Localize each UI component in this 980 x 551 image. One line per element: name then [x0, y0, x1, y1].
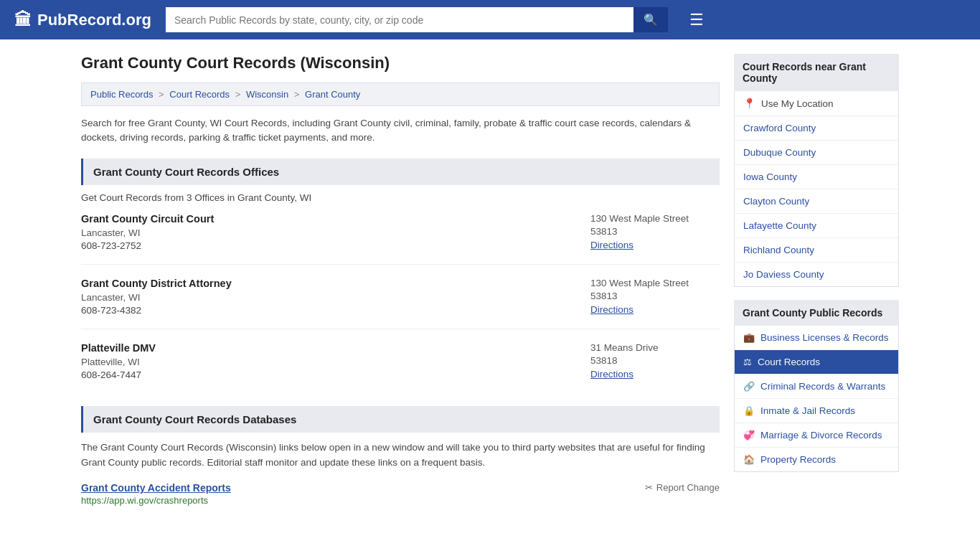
search-button[interactable]: 🔍: [633, 7, 668, 32]
office-left: Platteville DMV Platteville, WI 608-264-…: [81, 342, 156, 380]
sidebar-item-iowa[interactable]: Iowa County: [735, 165, 898, 189]
office-city: Lancaster, WI: [81, 227, 214, 238]
menu-icon[interactable]: ☰: [689, 11, 704, 29]
sidebar-item-marriage-records[interactable]: 💞 Marriage & Divorce Records: [735, 423, 898, 448]
sidebar-item-lafayette[interactable]: Lafayette County: [735, 214, 898, 238]
breadcrumb: Public Records > Court Records > Wiscons…: [81, 83, 720, 106]
page-title: Grant County Court Records (Wisconsin): [81, 54, 720, 72]
db-url: https://app.wi.gov/crashreports: [81, 495, 720, 506]
breadcrumb-grant-county[interactable]: Grant County: [305, 89, 360, 100]
county-label: Lafayette County: [743, 220, 816, 231]
directions-link[interactable]: Directions: [590, 240, 633, 250]
county-label: Dubuque County: [743, 147, 816, 158]
office-directions: Directions: [590, 303, 720, 315]
sidebar-label: Marriage & Divorce Records: [760, 430, 882, 441]
office-phone: 608-723-2752: [81, 240, 214, 251]
sidebar-nearby-title: Court Records near Grant County: [734, 54, 899, 91]
office-name: Grant County Circuit Court: [81, 213, 214, 225]
office-item: Platteville DMV Platteville, WI 608-264-…: [81, 342, 720, 393]
office-city: Platteville, WI: [81, 357, 156, 367]
rings-icon: 💞: [743, 430, 755, 441]
sidebar-item-property-records[interactable]: 🏠 Property Records: [735, 448, 898, 471]
office-name: Platteville DMV: [81, 342, 156, 354]
use-location-link[interactable]: 📍 Use My Location: [735, 91, 898, 116]
directions-link[interactable]: Directions: [590, 304, 633, 315]
county-label: Jo Daviess County: [743, 269, 824, 280]
sidebar-item-business-licenses[interactable]: 💼 Business Licenses & Records: [735, 326, 898, 350]
database-item: Grant County Accident Reports ✂ Report C…: [81, 482, 720, 506]
use-location-label: Use My Location: [761, 98, 834, 109]
office-phone: 608-723-4382: [81, 305, 232, 316]
office-phone: 608-264-7447: [81, 369, 156, 380]
db-link[interactable]: Grant County Accident Reports: [81, 482, 231, 494]
sidebar-nearby-list: 📍 Use My Location Crawford County Dubuqu…: [734, 91, 899, 287]
search-bar: 🔍: [166, 7, 668, 32]
office-right: 31 Means Drive 53818 Directions: [590, 342, 720, 380]
house-icon: 🏠: [743, 454, 755, 465]
breadcrumb-wisconsin[interactable]: Wisconsin: [246, 89, 288, 100]
sidebar-label: Property Records: [760, 454, 836, 465]
offices-list: Grant County Circuit Court Lancaster, WI…: [81, 213, 720, 393]
briefcase-icon: 💼: [743, 332, 755, 343]
page-description: Search for free Grant County, WI Court R…: [81, 116, 720, 146]
sidebar-item-court-records[interactable]: ⚖ Court Records: [735, 350, 898, 375]
office-left: Grant County Circuit Court Lancaster, WI…: [81, 213, 214, 251]
logo-icon: 🏛: [14, 10, 32, 30]
sidebar-label: Criminal Records & Warrants: [760, 381, 885, 392]
sidebar-item-clayton[interactable]: Clayton County: [735, 189, 898, 214]
content-area: Grant County Court Records (Wisconsin) P…: [81, 54, 720, 513]
sidebar-public-records-list: 💼 Business Licenses & Records ⚖ Court Re…: [734, 326, 899, 472]
county-label: Clayton County: [743, 196, 809, 207]
sidebar-public-records-title: Grant County Public Records: [734, 300, 899, 326]
sidebar-label: Court Records: [758, 357, 820, 367]
county-label: Richland County: [743, 245, 814, 255]
office-item: Grant County District Attorney Lancaster…: [81, 278, 720, 329]
office-address: 31 Means Drive: [590, 342, 720, 353]
sidebar-item-dubuque[interactable]: Dubuque County: [735, 141, 898, 165]
report-change-label: Report Change: [656, 482, 720, 493]
search-input[interactable]: [166, 7, 633, 32]
main-container: Grant County Court Records (Wisconsin) P…: [67, 39, 913, 527]
location-icon: 📍: [743, 98, 755, 109]
databases-description: The Grant County Court Records (Wisconsi…: [81, 440, 720, 471]
sidebar: Court Records near Grant County 📍 Use My…: [734, 54, 899, 513]
site-logo[interactable]: 🏛 PubRecord.org: [14, 10, 151, 30]
office-zip: 53813: [590, 226, 720, 237]
link-icon: 🔗: [743, 381, 755, 392]
office-address: 130 West Maple Street: [590, 278, 720, 288]
office-name: Grant County District Attorney: [81, 278, 232, 289]
office-item: Grant County Circuit Court Lancaster, WI…: [81, 213, 720, 265]
sidebar-label: Business Licenses & Records: [760, 332, 889, 343]
office-zip: 53818: [590, 355, 720, 366]
breadcrumb-court-records[interactable]: Court Records: [169, 89, 230, 100]
breadcrumb-public-records[interactable]: Public Records: [90, 89, 153, 100]
office-right: 130 West Maple Street 53813 Directions: [590, 278, 720, 316]
directions-link[interactable]: Directions: [590, 369, 633, 380]
report-change-icon: ✂: [645, 482, 653, 493]
sidebar-item-crawford[interactable]: Crawford County: [735, 116, 898, 141]
office-directions: Directions: [590, 368, 720, 380]
sidebar-item-inmate-records[interactable]: 🔒 Inmate & Jail Records: [735, 399, 898, 423]
db-item-header: Grant County Accident Reports ✂ Report C…: [81, 482, 720, 494]
office-directions: Directions: [590, 239, 720, 250]
sidebar-item-criminal-records[interactable]: 🔗 Criminal Records & Warrants: [735, 375, 898, 399]
sidebar-use-location[interactable]: 📍 Use My Location: [735, 91, 898, 116]
report-change-button[interactable]: ✂ Report Change: [645, 482, 720, 493]
office-right: 130 West Maple Street 53813 Directions: [590, 213, 720, 251]
databases-section-header: Grant County Court Records Databases: [81, 406, 720, 433]
office-zip: 53813: [590, 291, 720, 301]
sidebar-item-richland[interactable]: Richland County: [735, 238, 898, 263]
county-label: Iowa County: [743, 171, 797, 182]
sidebar-label: Inmate & Jail Records: [760, 405, 855, 416]
scales-icon: ⚖: [743, 357, 752, 367]
site-header: 🏛 PubRecord.org 🔍 ☰: [0, 0, 980, 39]
office-left: Grant County District Attorney Lancaster…: [81, 278, 232, 316]
county-label: Crawford County: [743, 123, 816, 133]
lock-icon: 🔒: [743, 405, 755, 416]
office-address: 130 West Maple Street: [590, 213, 720, 224]
offices-intro: Get Court Records from 3 Offices in Gran…: [81, 192, 720, 203]
sidebar-item-jo-daviess[interactable]: Jo Daviess County: [735, 263, 898, 286]
office-city: Lancaster, WI: [81, 292, 232, 303]
logo-text: PubRecord.org: [37, 11, 151, 29]
offices-section-header: Grant County Court Records Offices: [81, 159, 720, 185]
